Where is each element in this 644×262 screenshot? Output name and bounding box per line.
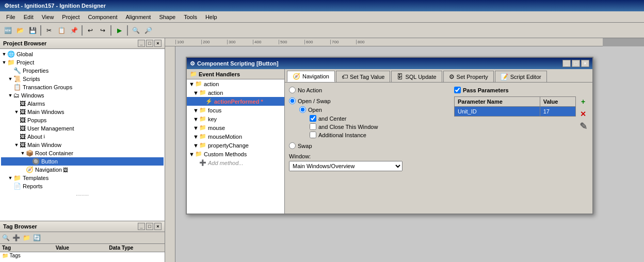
panel-close-btn[interactable]: × bbox=[154, 40, 162, 47]
tab-script-editor[interactable]: 📝 Script Editor bbox=[495, 71, 547, 82]
menu-help[interactable]: Help bbox=[201, 13, 221, 21]
tree-item-transaction-groups[interactable]: 📋 Transaction Groups bbox=[1, 83, 164, 91]
tag-table-row[interactable]: 📁 Tags bbox=[0, 252, 165, 259]
open-radio-label[interactable]: Open bbox=[299, 106, 450, 113]
event-item-key[interactable]: ▼ 📁 key bbox=[187, 114, 284, 123]
tree-item-navigation[interactable]: 🧭 Navigation 🖼 bbox=[1, 166, 164, 174]
project-browser-header: Project Browser _ □ × bbox=[0, 38, 165, 49]
menu-project[interactable]: Project bbox=[58, 13, 84, 21]
toolbar-zoom-in[interactable]: 🔍 bbox=[130, 25, 141, 36]
icon-button: 🔘 bbox=[32, 158, 40, 165]
toggle-scripts: ▼ bbox=[7, 76, 13, 81]
tab-set-tag-value[interactable]: 🏷 Set Tag Value bbox=[336, 71, 390, 82]
tree-item-project[interactable]: ▼ 📁 Project bbox=[1, 58, 164, 67]
window-select[interactable]: Main Windows/Overview Main Windows/Home … bbox=[289, 161, 403, 171]
panel-minimize-btn[interactable]: _ bbox=[138, 40, 145, 47]
tree-item-popups[interactable]: 🖼 Popups bbox=[1, 116, 164, 124]
additional-instance-label[interactable]: Additional Instance bbox=[310, 132, 450, 138]
event-item-action-inner[interactable]: ▼ 📁 action bbox=[187, 88, 284, 97]
dialog-minimize-btn[interactable]: _ bbox=[562, 60, 571, 67]
open-swap-radio[interactable] bbox=[289, 97, 296, 104]
tag-folder-btn[interactable]: 📁 bbox=[22, 233, 31, 242]
tag-browser-restore[interactable]: □ bbox=[146, 223, 153, 230]
event-item-focus[interactable]: ▼ 📁 focus bbox=[187, 106, 284, 114]
menu-component[interactable]: Component bbox=[84, 13, 122, 21]
event-item-add-method[interactable]: ➕ Add method... bbox=[187, 158, 284, 167]
pass-params-checkbox[interactable] bbox=[454, 87, 461, 93]
label-am: Add method... bbox=[208, 160, 244, 166]
tab-stv-label: Set Tag Value bbox=[350, 74, 384, 80]
icon-about: 🖼 bbox=[20, 133, 26, 140]
open-swap-label[interactable]: Open / Swap bbox=[289, 97, 450, 104]
tag-add-btn[interactable]: ➕ bbox=[11, 233, 21, 242]
menu-edit[interactable]: Edit bbox=[20, 13, 38, 21]
canvas-content[interactable]: ◄ ► ▲ Button ▼ bbox=[175, 46, 644, 262]
event-item-property-change[interactable]: ▼ 📁 propertyChange bbox=[187, 141, 284, 150]
additional-instance-checkbox[interactable] bbox=[310, 132, 316, 138]
toolbar-run[interactable]: ▶ bbox=[114, 25, 125, 36]
label-root-container: Root Container bbox=[35, 150, 73, 156]
tree-item-main-windows[interactable]: ▼ 🖼 Main Windows bbox=[1, 108, 164, 116]
and-close-checkbox[interactable] bbox=[310, 123, 316, 130]
toggle-action-outer: ▼ bbox=[189, 81, 195, 87]
dialog-restore-btn[interactable]: □ bbox=[572, 60, 580, 67]
and-center-checkbox[interactable] bbox=[310, 115, 316, 122]
param-remove-btn[interactable]: ✕ bbox=[578, 109, 588, 119]
param-row-0[interactable]: Unit_ID 17 bbox=[455, 107, 576, 117]
panel-restore-btn[interactable]: □ bbox=[146, 40, 153, 47]
menu-file[interactable]: File bbox=[2, 13, 20, 21]
toolbar-undo[interactable]: ↩ bbox=[85, 25, 96, 36]
toolbar-redo[interactable]: ↪ bbox=[97, 25, 108, 36]
tree-item-scripts[interactable]: ▼ 📜 Scripts bbox=[1, 75, 164, 83]
and-close-label[interactable]: and Close This Window bbox=[310, 123, 450, 130]
tree-item-templates[interactable]: ▼ 📁 Templates bbox=[1, 174, 164, 182]
tab-sql-update[interactable]: 🗄 SQL Update bbox=[391, 71, 442, 82]
event-item-mouse-motion[interactable]: ▼ 📁 mouseMotion bbox=[187, 132, 284, 141]
no-action-label[interactable]: No Action bbox=[289, 87, 450, 93]
open-radio[interactable] bbox=[299, 106, 306, 113]
tree-item-properties[interactable]: 🔧 Properties bbox=[1, 67, 164, 75]
dialog-close-btn[interactable]: × bbox=[581, 60, 589, 67]
toolbar-zoom-out[interactable]: 🔎 bbox=[142, 25, 154, 36]
tree-item-about[interactable]: 🖼 About ℹ bbox=[1, 133, 164, 141]
toolbar-copy[interactable]: 📋 bbox=[56, 25, 67, 36]
param-add-btn[interactable]: + bbox=[578, 96, 588, 107]
event-item-mouse[interactable]: ▼ 📁 mouse bbox=[187, 123, 284, 132]
event-item-action-performed[interactable]: ⚡ actionPerformed * bbox=[187, 97, 284, 106]
tag-refresh-btn[interactable]: 🔄 bbox=[32, 233, 41, 242]
menu-alignment[interactable]: Alignment bbox=[121, 13, 155, 21]
tree-item-button[interactable]: 🔘 Button bbox=[1, 157, 164, 166]
and-center-label[interactable]: and Center bbox=[310, 115, 450, 122]
toolbar-save[interactable]: 💾 bbox=[27, 25, 38, 36]
tree-item-user-mgmt[interactable]: 🖼 User Management bbox=[1, 124, 164, 133]
toolbar-cut[interactable]: ✂ bbox=[43, 25, 55, 36]
toolbar-new[interactable]: 🆕 bbox=[2, 25, 13, 36]
toolbar-open[interactable]: 📂 bbox=[14, 25, 26, 36]
toggle-project: ▼ bbox=[1, 60, 7, 65]
toolbar-paste[interactable]: 📌 bbox=[68, 25, 79, 36]
tag-search-btn[interactable]: 🔍 bbox=[1, 233, 10, 242]
tag-browser-close[interactable]: × bbox=[154, 223, 162, 230]
menu-shape[interactable]: Shape bbox=[155, 13, 180, 21]
toggle-root-container: ▼ bbox=[20, 151, 26, 156]
tab-set-property[interactable]: ⚙ Set Property bbox=[443, 71, 494, 82]
tree-item-reports[interactable]: 📄 Reports bbox=[1, 182, 164, 190]
tree-item-global[interactable]: ▼ 🌐 Global bbox=[1, 50, 164, 58]
tag-browser-minimize[interactable]: _ bbox=[138, 223, 145, 230]
menu-view[interactable]: View bbox=[38, 13, 58, 21]
tab-navigation[interactable]: 🧭 Navigation bbox=[287, 71, 335, 82]
swap-radio[interactable] bbox=[289, 142, 296, 149]
icon-root-container: 📦 bbox=[26, 150, 34, 157]
tree-item-root-container[interactable]: ▼ 📦 Root Container bbox=[1, 149, 164, 157]
swap-label[interactable]: Swap bbox=[289, 142, 450, 149]
tag-browser-header: Tag Browser _ □ × bbox=[0, 221, 165, 232]
event-item-action-outer[interactable]: ▼ 📁 action bbox=[187, 79, 284, 88]
event-item-custom-methods[interactable]: ▼ 📁 Custom Methods bbox=[187, 150, 284, 158]
tree-item-alarms[interactable]: 🖼 Alarms bbox=[1, 100, 164, 108]
tree-item-windows[interactable]: ▼ 🗂 Windows bbox=[1, 91, 164, 100]
param-edit-btn[interactable]: ✎ bbox=[578, 121, 588, 132]
menu-tools[interactable]: Tools bbox=[180, 13, 201, 21]
tree-item-main-window[interactable]: ▼ 🖼 Main Window bbox=[1, 141, 164, 149]
menu-bar: File Edit View Project Component Alignme… bbox=[0, 11, 644, 23]
no-action-radio[interactable] bbox=[289, 87, 296, 93]
